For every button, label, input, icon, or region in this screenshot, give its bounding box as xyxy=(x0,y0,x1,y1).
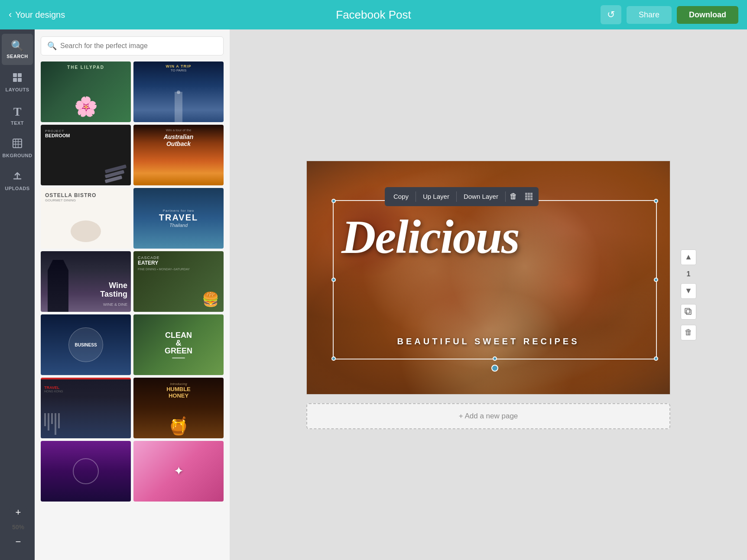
template-label: WineTasting xyxy=(100,282,127,299)
template-label: TRAVEL xyxy=(44,385,63,390)
layer-up-button[interactable]: ▲ xyxy=(681,249,696,265)
grid-icon xyxy=(525,193,533,201)
back-to-designs[interactable]: ‹ Your designs xyxy=(9,9,65,20)
zoom-level-label: 50% xyxy=(12,524,24,531)
svg-rect-3 xyxy=(18,78,22,82)
template-card[interactable]: WIN A TRIP TO PARIS xyxy=(133,62,224,122)
copy-button[interactable]: Copy xyxy=(386,189,416,204)
back-chevron-icon: ‹ xyxy=(9,9,12,20)
search-icon: 🔍 xyxy=(11,40,24,52)
template-card[interactable]: THE LILYPAD 🌸 xyxy=(41,62,131,122)
sidebar: 🔍 SEARCH LAYOUTS T TEXT BKGROUND UPLOADS xyxy=(0,29,35,560)
template-card[interactable]: TRAVEL HONG KONG xyxy=(41,378,131,438)
svg-rect-4 xyxy=(13,139,22,148)
share-button[interactable]: Share xyxy=(627,6,672,24)
template-card[interactable]: BUSINESS xyxy=(41,314,131,375)
svg-rect-10 xyxy=(685,308,690,313)
zoom-controls: + 50% − xyxy=(9,503,28,551)
template-card[interactable]: ✦ xyxy=(133,441,224,502)
app-header: ‹ Your designs Facebook Post ↺ Share Dow… xyxy=(0,0,747,29)
layer-number: 1 xyxy=(687,270,691,278)
canvas-area: Copy Up Layer Down Layer 🗑 xyxy=(230,29,747,560)
search-input[interactable] xyxy=(60,42,217,50)
template-grid: THE LILYPAD 🌸 WIN A TRIP TO PARIS PROJEC… xyxy=(35,60,230,508)
design-main-text[interactable]: Delicious xyxy=(341,213,648,261)
search-panel-icon: 🔍 xyxy=(47,41,57,51)
svg-rect-2 xyxy=(13,78,17,82)
template-card[interactable]: Introducing HUMBLEHONEY 🍯 xyxy=(133,378,224,438)
design-canvas[interactable]: Copy Up Layer Down Layer 🗑 xyxy=(306,161,670,395)
template-card[interactable] xyxy=(41,441,131,502)
template-label: BUSINESS xyxy=(75,343,97,347)
back-label: Your designs xyxy=(15,10,65,20)
template-label: WIN A TRIP xyxy=(133,64,224,68)
design-subtitle-text[interactable]: BEAUTIFUL SWEET RECIPES xyxy=(307,337,670,346)
sidebar-item-search[interactable]: 🔍 SEARCH xyxy=(2,34,33,65)
document-title: Facebook Post xyxy=(336,8,411,22)
search-area: 🔍 xyxy=(35,29,230,60)
down-layer-button[interactable]: Down Layer xyxy=(457,189,505,204)
template-label: PROJECT xyxy=(45,129,70,133)
uploads-icon xyxy=(12,171,23,184)
template-label: CLEAN&GREEN xyxy=(165,331,192,355)
zoom-in-button[interactable]: + xyxy=(9,503,28,522)
svg-rect-9 xyxy=(686,310,691,314)
template-decoration: 🌸 xyxy=(74,95,98,118)
template-sublabel: WINE & DINE xyxy=(103,302,127,307)
svg-rect-1 xyxy=(18,73,22,77)
canvas-wrap: Copy Up Layer Down Layer 🗑 xyxy=(306,161,670,429)
sidebar-item-layouts[interactable]: LAYOUTS xyxy=(2,67,33,98)
right-controls: ▲ 1 ▼ 🗑 xyxy=(681,249,696,340)
template-card[interactable]: Win a tour of the AustralianOutback xyxy=(133,125,224,185)
download-button[interactable]: Download xyxy=(677,6,738,24)
template-label: HUMBLEHONEY xyxy=(133,386,224,399)
more-options-button[interactable] xyxy=(521,189,537,204)
template-label: THE LILYPAD xyxy=(41,65,131,70)
main-layout: 🔍 SEARCH LAYOUTS T TEXT BKGROUND UPLOADS xyxy=(0,29,747,560)
template-card[interactable]: CASCADE EATERY FINE DINING • MONDAY–SATU… xyxy=(133,251,224,312)
up-layer-button[interactable]: Up Layer xyxy=(416,189,456,204)
sidebar-item-text[interactable]: T TEXT xyxy=(2,100,33,131)
svg-rect-0 xyxy=(13,73,17,77)
template-panel: 🔍 THE LILYPAD 🌸 WIN A TRIP TO PARIS xyxy=(35,29,230,560)
template-label: ✦ xyxy=(174,465,183,477)
search-input-wrap[interactable]: 🔍 xyxy=(41,36,224,55)
layer-down-button[interactable]: ▼ xyxy=(681,283,696,299)
wine-tasting-silhouette xyxy=(45,260,71,312)
zoom-out-button[interactable]: − xyxy=(9,532,28,551)
layouts-icon xyxy=(12,72,23,85)
template-card[interactable]: OSTELLA BISTRO GOURMET DINING xyxy=(41,188,131,249)
header-actions: ↺ Share Download xyxy=(601,5,738,24)
delete-layer-button[interactable]: 🗑 xyxy=(681,325,696,340)
duplicate-layer-button[interactable] xyxy=(681,304,696,320)
background-icon xyxy=(12,138,23,151)
text-icon: T xyxy=(13,105,22,119)
sidebar-item-uploads[interactable]: UPLOADS xyxy=(2,165,33,197)
template-card[interactable]: Partners for two TRAVEL Thailand xyxy=(133,188,224,249)
template-card[interactable]: PROJECT BEDROOM xyxy=(41,125,131,185)
template-label: CASCADE xyxy=(138,256,190,260)
sidebar-item-background[interactable]: BKGROUND xyxy=(2,133,33,164)
context-menu: Copy Up Layer Down Layer 🗑 xyxy=(385,187,539,206)
add-page-button[interactable]: + Add a new page xyxy=(306,403,670,429)
undo-button[interactable]: ↺ xyxy=(601,5,621,24)
template-card[interactable]: CLEAN&GREEN xyxy=(133,314,224,375)
template-label: AustralianOutback xyxy=(133,133,224,147)
template-card-wine-tasting[interactable]: WineTasting WINE & DINE xyxy=(41,251,131,312)
template-label: TRAVEL xyxy=(159,213,198,223)
template-label: OSTELLA BISTRO xyxy=(45,192,96,198)
delete-button[interactable]: 🗑 xyxy=(506,189,521,204)
